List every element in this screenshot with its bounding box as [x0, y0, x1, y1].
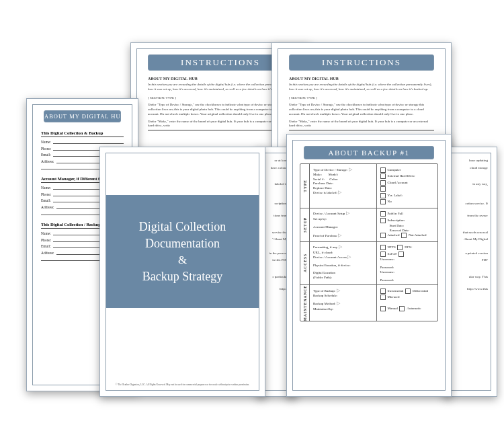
- opt: HFS+: [405, 245, 413, 249]
- document-spread: INSTRUCTIONS ABOUT MY DIGITAL HUB In thi…: [0, 0, 504, 423]
- fragment: or at least: [266, 157, 288, 165]
- opt: Yes: [388, 194, 392, 197]
- label: Physical location, if device:: [313, 264, 373, 267]
- para-make: Under "Make," enter the name of the bran…: [289, 120, 434, 129]
- tab-setup: SETUP: [303, 217, 307, 233]
- checkbox[interactable]: [401, 233, 407, 238]
- label-name: Name:: [41, 140, 51, 144]
- label: URL, if cloud:: [313, 251, 373, 254]
- checkbox[interactable]: [380, 306, 386, 311]
- fragment: have a cloud: [266, 165, 288, 172]
- fragment: "About My: [266, 236, 288, 243]
- fragment: scriptions: [266, 200, 288, 208]
- page-strip-right: hour updating cloud storage in any way, …: [444, 147, 497, 397]
- label: Set up by:: [313, 217, 373, 221]
- label: Password:: [380, 278, 434, 282]
- opt: NTFS: [388, 245, 396, 249]
- label: Color:: [329, 178, 338, 181]
- checkbox[interactable]: [380, 233, 386, 238]
- label-phone: Phone:: [41, 238, 51, 242]
- tab-type: TYPE: [303, 180, 307, 192]
- fragment: About My Digital: [453, 236, 488, 243]
- page-about-backup: ABOUT BACKUP #1 TYPE Type of Device / St…: [286, 134, 452, 397]
- label-email: Email:: [41, 198, 51, 202]
- fragment: ular way. This: [453, 274, 488, 281]
- label: Formatting, if any: [313, 245, 337, 249]
- checkbox[interactable]: [380, 252, 386, 257]
- label-name: Name:: [41, 231, 51, 235]
- heading-about-hub: ABOUT MY DIGITAL HUB: [289, 76, 434, 81]
- label: Account Manager:: [313, 225, 373, 229]
- opt: Attached: [388, 233, 400, 237]
- cover-amp: &: [106, 254, 259, 267]
- fragment: in any way,: [453, 181, 488, 188]
- fragment: service that: [266, 229, 288, 237]
- banner-about-hub: ABOUT MY DIGITAL HUB: [44, 110, 121, 122]
- checkbox[interactable]: [380, 193, 386, 198]
- label-name: Name:: [41, 186, 51, 190]
- label: Renewal Date:: [380, 229, 434, 232]
- checkbox[interactable]: [397, 245, 403, 250]
- backup-form: TYPE Type of Device / Storage: ▷ Make: M…: [300, 163, 438, 321]
- label: Start Date:: [380, 224, 434, 227]
- arrow-icon: ▷: [347, 254, 351, 260]
- arrow-icon: ▷: [339, 244, 342, 249]
- opt: Not Attached: [409, 233, 427, 237]
- label-phone: Phone:: [41, 192, 51, 196]
- checkbox[interactable]: [380, 199, 386, 204]
- arrow-icon: ▷: [338, 190, 341, 195]
- opt: Automatic: [407, 307, 421, 310]
- checkbox[interactable]: [380, 295, 386, 300]
- cover-line4: Backup Strategy: [106, 270, 259, 284]
- checkbox[interactable]: [380, 211, 386, 217]
- checkbox[interactable]: [399, 306, 405, 311]
- checkbox[interactable]: [380, 289, 386, 294]
- fragment: e particular: [266, 274, 288, 281]
- arrow-icon: ▷: [337, 288, 340, 293]
- label: Maintained by:: [313, 307, 373, 311]
- checkbox[interactable]: [405, 289, 411, 294]
- checkbox[interactable]: [380, 186, 386, 192]
- label-address: Address:: [41, 205, 54, 209]
- checkbox[interactable]: [380, 218, 386, 223]
- fragment: labeled in: [266, 181, 288, 188]
- opt: Cloud Account: [388, 181, 408, 184]
- label: Type of Device / Storage:: [313, 168, 347, 171]
- fragment: http://www.this: [453, 286, 488, 293]
- label: Replace Date:: [313, 186, 373, 190]
- page-cover: Digital Collection Documentation & Backu…: [99, 147, 265, 397]
- label: Digital Location: [313, 271, 373, 274]
- checkbox[interactable]: [380, 167, 386, 173]
- fragment: hour updating: [453, 157, 488, 165]
- arrow-icon: ▷: [346, 210, 349, 216]
- opt: Subscription: [388, 219, 405, 222]
- cover-line2: Documentation: [106, 237, 259, 251]
- arrow-icon: ▷: [338, 233, 341, 238]
- input-line[interactable]: [53, 139, 124, 144]
- label: Purchase Date:: [313, 182, 373, 185]
- opt: Differential: [413, 289, 428, 293]
- label: Username:: [380, 258, 434, 261]
- opt: No: [388, 200, 392, 203]
- opt: Manual: [388, 307, 398, 310]
- opt: Paid in Full: [388, 212, 403, 215]
- checkbox[interactable]: [380, 180, 386, 186]
- label: Model:: [329, 173, 338, 176]
- label-email: Email:: [41, 244, 51, 248]
- fragment: from the owner: [453, 213, 488, 220]
- checkbox[interactable]: [398, 252, 404, 257]
- label-address: Address:: [41, 159, 54, 163]
- label-phone: Phone:: [41, 147, 51, 151]
- para-type: Under "Type of Device / Storage," use th…: [289, 103, 434, 116]
- tab-access: ACCESS: [303, 254, 307, 272]
- label: Make:: [313, 173, 322, 176]
- fragment: cloud storage: [453, 165, 488, 172]
- label-email: Email:: [41, 153, 51, 157]
- checkbox[interactable]: [380, 245, 386, 250]
- label: Device / Account Setup: [313, 212, 345, 215]
- intro-text: In this section you are recording the de…: [289, 83, 434, 92]
- fragment: in the process: [266, 250, 288, 258]
- checkbox[interactable]: [380, 174, 386, 179]
- fragment: in this PDF: [266, 257, 288, 264]
- opt: Incremental: [388, 289, 404, 293]
